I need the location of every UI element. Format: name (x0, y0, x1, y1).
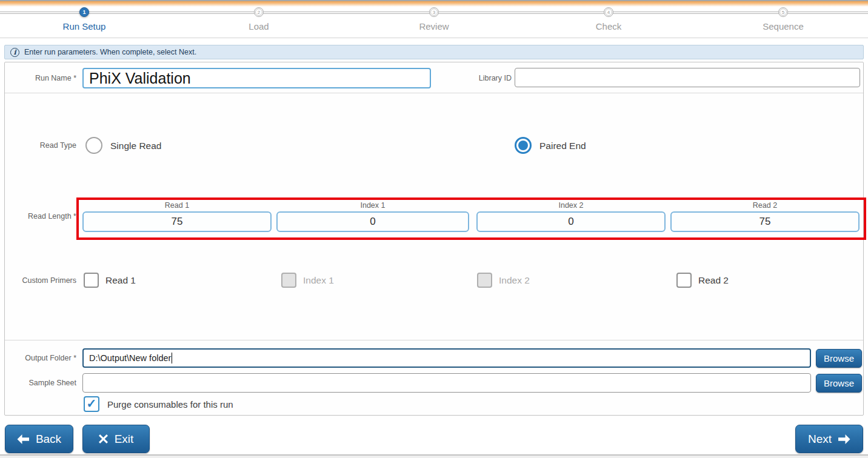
custom-primer-index-2-checkbox (477, 273, 492, 288)
index-2-length-value: 0 (568, 216, 573, 228)
radio-paired-end[interactable] (515, 137, 532, 154)
sample-sheet-browse-button[interactable]: Browse (816, 374, 862, 393)
exit-button[interactable]: Exit (82, 425, 150, 453)
bottom-edge-strip (0, 454, 868, 458)
step-label-check: Check (566, 21, 651, 32)
step-circle-2: 2 (254, 7, 264, 17)
step-circle-3: 3 (429, 7, 439, 17)
step-label-load: Load (216, 21, 301, 32)
info-icon: i (10, 48, 19, 57)
step-label-review: Review (392, 21, 476, 32)
next-button-label: Next (808, 433, 832, 446)
custom-primer-read-1-checkbox[interactable] (84, 273, 99, 288)
run-parameters-panel: Run Name * PhiX Validation Library ID Re… (4, 62, 864, 416)
step-circle-4: 4 (604, 7, 613, 17)
index-1-length-value: 0 (370, 216, 375, 228)
info-message: Enter run parameters. When complete, sel… (24, 48, 196, 56)
window-top-strip (0, 0, 868, 7)
custom-primer-index-2-label: Index 2 (499, 275, 530, 286)
custom-primer-index-1-checkbox (281, 273, 296, 288)
step-number: 2 (255, 8, 262, 16)
back-button[interactable]: Back (5, 425, 73, 453)
step-run-setup: 1 Run Setup (42, 7, 127, 32)
read-1-length-value: 75 (172, 216, 183, 228)
output-folder-value: D:\Output\New folder (89, 353, 171, 363)
index-2-length-input[interactable]: 0 (476, 211, 666, 232)
library-id-input[interactable] (515, 68, 860, 87)
read-1-length-header: Read 1 (82, 201, 272, 210)
step-number: 1 (81, 8, 88, 16)
output-folder-input[interactable]: D:\Output\New folder (82, 348, 811, 368)
custom-primers-label: Custom Primers (5, 276, 76, 285)
info-banner: i Enter run parameters. When complete, s… (4, 45, 864, 59)
run-setup-screen: { "stepper": { "steps": [ { "num": "1", … (0, 0, 868, 458)
step-circle-1: 1 (79, 7, 89, 17)
x-icon (99, 434, 108, 443)
exit-button-label: Exit (115, 433, 134, 446)
step-number: 4 (605, 8, 612, 16)
step-load: 2 Load (216, 7, 301, 32)
arrow-right-icon (838, 434, 850, 444)
step-sequence: 5 Sequence (741, 7, 826, 32)
text-caret (172, 353, 172, 363)
radio-single-read-label[interactable]: Single Read (110, 141, 161, 151)
purge-consumables-label[interactable]: Purge consumables for this run (107, 399, 233, 410)
output-folder-label: Output Folder * (5, 354, 76, 362)
read-2-length-header: Read 2 (670, 201, 860, 210)
run-name-value: PhiX Validation (89, 70, 191, 87)
radio-single-read[interactable] (85, 137, 102, 154)
read-type-label: Read Type (5, 141, 76, 150)
custom-primer-read-2-checkbox[interactable] (676, 273, 692, 288)
step-circle-5: 5 (778, 7, 788, 17)
checkmark-icon: ✓ (87, 397, 97, 410)
library-id-label: Library ID (440, 74, 512, 82)
run-name-input[interactable]: PhiX Validation (82, 68, 431, 88)
radio-paired-end-label[interactable]: Paired End (539, 141, 586, 151)
read-1-length-input[interactable]: 75 (82, 211, 272, 232)
index-1-length-header: Index 1 (276, 201, 469, 210)
step-number: 3 (430, 8, 438, 16)
step-number: 5 (780, 8, 787, 16)
read-length-label: Read Length * (5, 212, 76, 221)
next-button[interactable]: Next (795, 425, 863, 453)
separator (5, 340, 863, 340)
read-2-length-value: 75 (760, 216, 771, 228)
browse-button-label: Browse (824, 353, 854, 363)
arrow-left-icon (17, 434, 29, 444)
index-2-length-header: Index 2 (476, 201, 666, 210)
step-review: 3 Review (392, 7, 476, 32)
progress-stepper: 1 Run Setup 2 Load 3 Review 4 Check 5 Se… (0, 7, 868, 38)
custom-primer-read-2-label[interactable]: Read 2 (698, 275, 729, 286)
step-label-sequence: Sequence (741, 21, 826, 32)
back-button-label: Back (36, 433, 61, 446)
run-name-label: Run Name * (5, 74, 76, 82)
step-check: 4 Check (566, 7, 651, 32)
browse-button-label: Browse (824, 378, 854, 388)
purge-consumables-checkbox[interactable]: ✓ (84, 396, 99, 412)
custom-primer-read-1-label[interactable]: Read 1 (105, 275, 136, 286)
read-2-length-input[interactable]: 75 (670, 211, 860, 232)
separator (5, 93, 863, 93)
step-label-run-setup: Run Setup (42, 21, 127, 32)
custom-primer-index-1-label: Index 1 (303, 275, 334, 286)
sample-sheet-label: Sample Sheet (5, 379, 76, 387)
output-folder-browse-button[interactable]: Browse (816, 349, 862, 368)
index-1-length-input[interactable]: 0 (276, 211, 469, 232)
sample-sheet-input[interactable] (82, 373, 811, 393)
